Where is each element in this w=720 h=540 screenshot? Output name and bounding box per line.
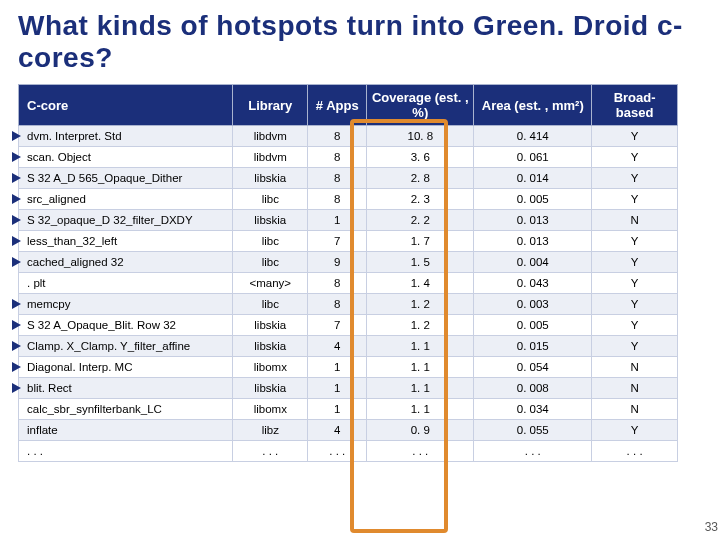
cell-area: 0. 005	[474, 315, 592, 336]
col-header-coverage: Coverage (est. , %)	[367, 85, 474, 126]
table-row: memcpylibc81. 20. 003Y	[19, 294, 678, 315]
cell-apps: 7	[308, 231, 367, 252]
table-row: . . .. . .. . .. . .. . .. . .	[19, 441, 678, 462]
cell-apps: 8	[308, 189, 367, 210]
cell-broad: Y	[592, 189, 678, 210]
cell-ccore: memcpy	[19, 294, 233, 315]
table-header-row: C-core Library # Apps Coverage (est. , %…	[19, 85, 678, 126]
cell-area: 0. 015	[474, 336, 592, 357]
cell-library: libomx	[233, 357, 308, 378]
cell-area: 0. 055	[474, 420, 592, 441]
cell-library: libc	[233, 252, 308, 273]
cell-library: libomx	[233, 399, 308, 420]
cell-coverage: 0. 9	[367, 420, 474, 441]
cell-broad: Y	[592, 168, 678, 189]
cell-ccore: scan. Object	[19, 147, 233, 168]
row-arrow-icon	[12, 152, 21, 162]
row-arrow-icon	[12, 236, 21, 246]
cell-library: <many>	[233, 273, 308, 294]
table-row: Diagonal. Interp. MClibomx11. 10. 054N	[19, 357, 678, 378]
cell-broad: Y	[592, 231, 678, 252]
col-header-library: Library	[233, 85, 308, 126]
cell-library: . . .	[233, 441, 308, 462]
cell-coverage: 1. 2	[367, 315, 474, 336]
cell-area: 0. 414	[474, 126, 592, 147]
row-arrow-icon	[12, 320, 21, 330]
cell-broad: Y	[592, 273, 678, 294]
cell-broad: Y	[592, 147, 678, 168]
cell-ccore: . plt	[19, 273, 233, 294]
cell-apps: 8	[308, 168, 367, 189]
table-row: S 32 A_D 565_Opaque_Ditherlibskia82. 80.…	[19, 168, 678, 189]
cell-library: libskia	[233, 210, 308, 231]
slide-title: What kinds of hotspots turn into Green. …	[18, 10, 702, 74]
cell-area: . . .	[474, 441, 592, 462]
cell-ccore: Clamp. X_Clamp. Y_filter_affine	[19, 336, 233, 357]
cell-area: 0. 043	[474, 273, 592, 294]
slide: What kinds of hotspots turn into Green. …	[0, 0, 720, 540]
cell-coverage: 1. 1	[367, 378, 474, 399]
cell-library: libc	[233, 189, 308, 210]
cell-broad: Y	[592, 252, 678, 273]
cell-apps: 1	[308, 357, 367, 378]
cell-ccore: S 32 A_Opaque_Blit. Row 32	[19, 315, 233, 336]
row-arrow-icon	[12, 173, 21, 183]
cell-area: 0. 014	[474, 168, 592, 189]
cell-apps: 1	[308, 210, 367, 231]
cell-library: libskia	[233, 315, 308, 336]
row-arrow-icon	[12, 257, 21, 267]
cell-coverage: 1. 5	[367, 252, 474, 273]
cell-coverage: . . .	[367, 441, 474, 462]
cell-broad: Y	[592, 315, 678, 336]
cell-area: 0. 008	[474, 378, 592, 399]
table-row: S 32 A_Opaque_Blit. Row 32libskia71. 20.…	[19, 315, 678, 336]
cell-library: libdvm	[233, 126, 308, 147]
cell-apps: 4	[308, 336, 367, 357]
col-header-broad: Broad-based	[592, 85, 678, 126]
cell-coverage: 1. 1	[367, 399, 474, 420]
cell-library: libc	[233, 294, 308, 315]
table-row: scan. Objectlibdvm83. 60. 061Y	[19, 147, 678, 168]
table-row: less_than_32_leftlibc71. 70. 013Y	[19, 231, 678, 252]
cell-library: libc	[233, 231, 308, 252]
cell-apps: 8	[308, 273, 367, 294]
cell-area: 0. 003	[474, 294, 592, 315]
row-arrow-icon	[12, 299, 21, 309]
table-row: . plt<many>81. 40. 043Y	[19, 273, 678, 294]
cell-library: libz	[233, 420, 308, 441]
row-arrow-icon	[12, 131, 21, 141]
cell-apps: 7	[308, 315, 367, 336]
cell-area: 0. 054	[474, 357, 592, 378]
cell-broad: N	[592, 378, 678, 399]
cell-ccore: Diagonal. Interp. MC	[19, 357, 233, 378]
cell-ccore: src_aligned	[19, 189, 233, 210]
cell-ccore: cached_aligned 32	[19, 252, 233, 273]
cell-ccore: blit. Rect	[19, 378, 233, 399]
cell-area: 0. 013	[474, 231, 592, 252]
cell-ccore: inflate	[19, 420, 233, 441]
cell-area: 0. 061	[474, 147, 592, 168]
cell-broad: N	[592, 399, 678, 420]
cell-apps: 8	[308, 294, 367, 315]
cell-broad: Y	[592, 420, 678, 441]
row-arrow-icon	[12, 362, 21, 372]
cell-coverage: 2. 3	[367, 189, 474, 210]
table-row: Clamp. X_Clamp. Y_filter_affinelibskia41…	[19, 336, 678, 357]
table-row: inflatelibz40. 90. 055Y	[19, 420, 678, 441]
cell-coverage: 2. 2	[367, 210, 474, 231]
cell-coverage: 10. 8	[367, 126, 474, 147]
row-arrow-icon	[12, 383, 21, 393]
page-number: 33	[705, 520, 718, 534]
cell-ccore: less_than_32_left	[19, 231, 233, 252]
cell-coverage: 1. 7	[367, 231, 474, 252]
table-row: cached_aligned 32libc91. 50. 004Y	[19, 252, 678, 273]
cell-broad: Y	[592, 336, 678, 357]
cell-coverage: 1. 1	[367, 357, 474, 378]
cell-broad: N	[592, 210, 678, 231]
table-row: calc_sbr_synfilterbank_LClibomx11. 10. 0…	[19, 399, 678, 420]
row-arrow-icon	[12, 194, 21, 204]
table-row: src_alignedlibc82. 30. 005Y	[19, 189, 678, 210]
cell-broad: Y	[592, 126, 678, 147]
cell-ccore: . . .	[19, 441, 233, 462]
cell-coverage: 1. 1	[367, 336, 474, 357]
